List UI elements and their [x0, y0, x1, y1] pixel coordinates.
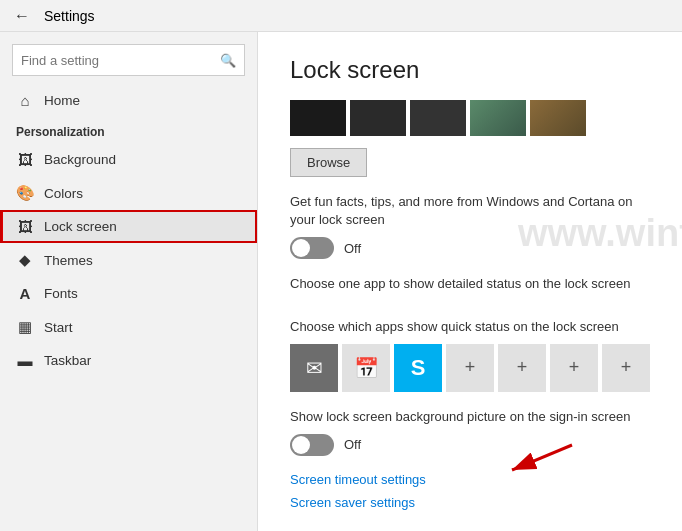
bg-thumb-3[interactable]: [410, 100, 466, 136]
sidebar-item-label: Home: [44, 93, 80, 108]
search-input[interactable]: [21, 53, 220, 68]
sidebar-item-label: Themes: [44, 253, 93, 268]
quick-status-apps: ✉ 📅 S + + + +: [290, 344, 650, 392]
sidebar-item-home[interactable]: ⌂ Home: [0, 84, 257, 117]
sidebar-item-themes[interactable]: ◆ Themes: [0, 243, 257, 277]
signin-text: Show lock screen background picture on t…: [290, 408, 650, 426]
search-box[interactable]: 🔍: [12, 44, 245, 76]
title-bar-title: Settings: [44, 8, 95, 24]
title-bar: ← Settings: [0, 0, 682, 32]
browse-button[interactable]: Browse: [290, 148, 367, 177]
search-icon: 🔍: [220, 53, 236, 68]
start-icon: ▦: [16, 318, 34, 336]
sidebar-item-colors[interactable]: 🎨 Colors: [0, 176, 257, 210]
facts-text: Get fun facts, tips, and more from Windo…: [290, 193, 650, 229]
sidebar-item-start[interactable]: ▦ Start: [0, 310, 257, 344]
fonts-icon: A: [16, 285, 34, 302]
sidebar-item-lock-screen[interactable]: 🖼 Lock screen: [0, 210, 257, 243]
content-area: www.wintips.org Lock screen Browse Get f…: [258, 32, 682, 531]
app-icon-add-1[interactable]: +: [446, 344, 494, 392]
sidebar-item-taskbar[interactable]: ▬ Taskbar: [0, 344, 257, 377]
facts-toggle[interactable]: [290, 237, 334, 259]
bg-thumb-2[interactable]: [350, 100, 406, 136]
quick-status-text: Choose which apps show quick status on t…: [290, 318, 650, 336]
app-icon-add-2[interactable]: +: [498, 344, 546, 392]
page-title: Lock screen: [290, 56, 650, 84]
app-icon-calendar[interactable]: 📅: [342, 344, 390, 392]
sidebar-item-label: Background: [44, 152, 116, 167]
signin-toggle-label: Off: [344, 437, 361, 452]
themes-icon: ◆: [16, 251, 34, 269]
bg-thumb-4[interactable]: [470, 100, 526, 136]
app-icon-add-4[interactable]: +: [602, 344, 650, 392]
app-icon-skype[interactable]: S: [394, 344, 442, 392]
bg-thumb-1[interactable]: [290, 100, 346, 136]
bg-thumb-5[interactable]: [530, 100, 586, 136]
sidebar-section-label: Personalization: [0, 117, 257, 143]
colors-icon: 🎨: [16, 184, 34, 202]
detailed-status-text: Choose one app to show detailed status o…: [290, 275, 650, 293]
signin-toggle[interactable]: [290, 434, 334, 456]
sidebar-item-label: Fonts: [44, 286, 78, 301]
sidebar-item-label: Start: [44, 320, 73, 335]
background-icon: 🖼: [16, 151, 34, 168]
signin-toggle-row: Off: [290, 434, 650, 456]
back-button[interactable]: ←: [8, 2, 36, 30]
background-thumbnails: [290, 100, 650, 136]
sidebar-item-background[interactable]: 🖼 Background: [0, 143, 257, 176]
home-icon: ⌂: [16, 92, 34, 109]
facts-toggle-label: Off: [344, 241, 361, 256]
red-arrow-indicator: [502, 440, 582, 483]
svg-line-1: [512, 445, 572, 470]
taskbar-icon: ▬: [16, 352, 34, 369]
sidebar-item-label: Lock screen: [44, 219, 117, 234]
screen-timeout-link[interactable]: Screen timeout settings: [290, 472, 650, 487]
screen-saver-link[interactable]: Screen saver settings: [290, 495, 650, 510]
facts-toggle-row: Off: [290, 237, 650, 259]
sidebar-item-fonts[interactable]: A Fonts: [0, 277, 257, 310]
lock-screen-icon: 🖼: [16, 218, 34, 235]
sidebar-item-label: Taskbar: [44, 353, 91, 368]
sidebar-item-label: Colors: [44, 186, 83, 201]
app-icon-add-3[interactable]: +: [550, 344, 598, 392]
sidebar: 🔍 ⌂ Home Personalization 🖼 Background 🎨 …: [0, 32, 258, 531]
app-icon-mail[interactable]: ✉: [290, 344, 338, 392]
